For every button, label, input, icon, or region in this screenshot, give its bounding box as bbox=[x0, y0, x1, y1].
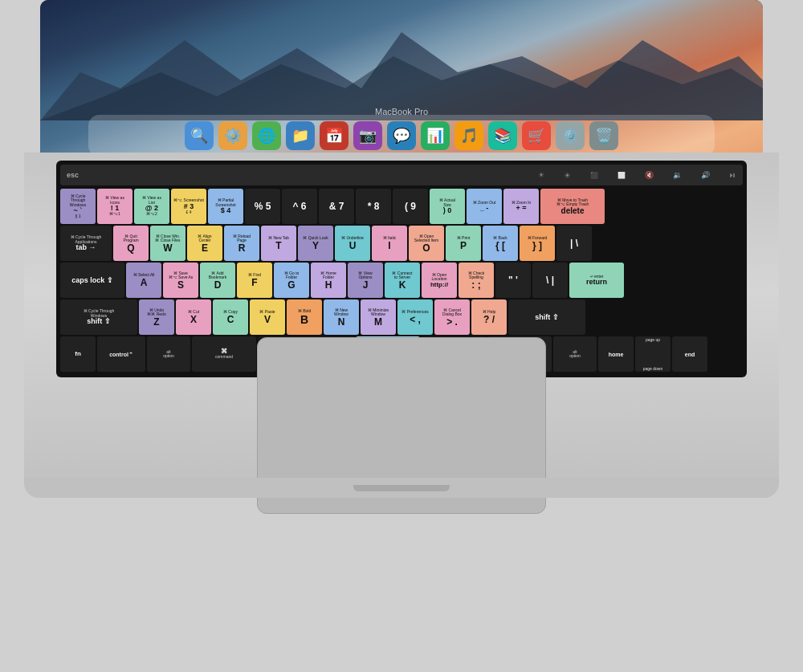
key-capslock: caps lock ⇪ bbox=[60, 263, 124, 298]
key-pipe2: \ | bbox=[532, 263, 568, 298]
key-z: ⌘ Undo⌘⌘ RedoZ bbox=[139, 299, 174, 335]
vol-up-icon: 🔊 bbox=[701, 171, 710, 179]
key-slash: ⌘ Help? / bbox=[471, 299, 507, 335]
key-j: ⌘ ViewOptionsJ bbox=[348, 263, 383, 298]
key-9: ( 9 bbox=[393, 189, 428, 224]
key-minus: ⌘ Zoom Out_ - bbox=[467, 189, 502, 224]
key-o: ⌘ OpenSelected ItemO bbox=[409, 226, 444, 261]
play-pause-icon: ⏯ bbox=[729, 171, 736, 179]
key-shift-l: ⌘ Cycle ThroughWindowsshift ⇧ bbox=[60, 299, 137, 335]
expose-icon: ⬛ bbox=[590, 172, 598, 179]
zxcv-row: ⌘ Cycle ThroughWindowsshift ⇧ ⌘ Undo⌘⌘ R… bbox=[60, 299, 743, 335]
dock-icon-7: 💬 bbox=[387, 121, 416, 150]
qwerty-row: ⌘ Cycle ThroughApplicationstab → ⌘ QuitP… bbox=[60, 226, 743, 261]
macbook-body: esc ☀ ☀ ⬛ ⬜ 🔇 🔉 🔊 ⏯ ⌘ CycleThroughWindow… bbox=[24, 153, 779, 498]
vol-down-icon: 🔉 bbox=[673, 171, 682, 179]
dock-finder-icon: 🔍 bbox=[185, 121, 214, 150]
laptop-screen: 🔍 ⚙️ 🌐 📁 📅 📷 💬 📊 🎵 📚 🛒 ⚙️ 🗑️ MacBook Pro bbox=[40, 0, 763, 161]
key-k: ⌘ Connectto ServerK bbox=[385, 263, 420, 298]
key-w: ⌘ Close Win.⌘ Close FilesW bbox=[150, 226, 185, 261]
dock-icon-4: 📁 bbox=[286, 121, 315, 150]
key-return: ↵ enterreturn bbox=[569, 263, 624, 298]
dock-icon-13: 🗑️ bbox=[589, 121, 618, 150]
key-0: ⌘ ActualSize) 0 bbox=[430, 189, 465, 224]
dock-icon-8: 📊 bbox=[421, 121, 450, 150]
bottom-bar bbox=[24, 478, 779, 498]
number-row: ⌘ CycleThroughWindows~ `§ 1 ⌘ View asIco… bbox=[60, 189, 743, 224]
key-u: ⌘ UnderlineU bbox=[335, 226, 370, 261]
key-alt-right: altoption bbox=[553, 336, 597, 372]
touch-bar: esc ☀ ☀ ⬛ ⬜ 🔇 🔉 🔊 ⏯ bbox=[60, 165, 743, 185]
key-control: control⌃ bbox=[97, 336, 145, 372]
bottom-notch bbox=[353, 485, 450, 491]
key-fn: fn bbox=[60, 336, 96, 372]
dock-icon-2: ⚙️ bbox=[218, 121, 247, 150]
key-4: ⌘ PartialScreenshot$ 4 bbox=[208, 189, 243, 224]
key-8: * 8 bbox=[356, 189, 391, 224]
key-pageup-pagedown: page up page down bbox=[635, 336, 671, 372]
key-i: ⌘ ItalicI bbox=[372, 226, 407, 261]
key-e: ⌘ AlignCenterE bbox=[187, 226, 222, 261]
key-b: ⌘ BoldB bbox=[287, 299, 322, 335]
key-l: ⌘ OpenLocationhttp:// bbox=[422, 263, 457, 298]
key-n: ⌘ NewWindowN bbox=[324, 299, 359, 335]
key-3: ⌘⌥ Screenshot# 3£ 4 bbox=[171, 189, 206, 224]
dock-icon-11: 🛒 bbox=[522, 121, 551, 150]
key-h: ⌘ HomeFolderH bbox=[311, 263, 346, 298]
asdf-row: caps lock ⇪ ⌘ Select AllA ⌘ Save⌘⌥ Save … bbox=[60, 263, 743, 298]
key-bracket-l: ⌘ Back{ [ bbox=[483, 226, 518, 261]
key-6: ^ 6 bbox=[282, 189, 317, 224]
dock-icon-5: 📅 bbox=[320, 121, 349, 150]
key-tilde: ⌘ CycleThroughWindows~ `§ 1 bbox=[60, 189, 96, 224]
mute-icon: 🔇 bbox=[645, 171, 654, 179]
key-f: ⌘ FindF bbox=[237, 263, 272, 298]
key-5: % 5 bbox=[245, 189, 280, 224]
key-v: ⌘ PasteV bbox=[250, 299, 285, 335]
laptop-wrapper: 🔍 ⚙️ 🌐 📁 📅 📷 💬 📊 🎵 📚 🛒 ⚙️ 🗑️ MacBook Pro… bbox=[0, 0, 803, 672]
key-shift-r: shift ⇧ bbox=[508, 299, 585, 335]
key-tab: ⌘ Cycle ThroughApplicationstab → bbox=[60, 226, 112, 261]
key-t: ⌘ New TabT bbox=[261, 226, 296, 261]
key-command-left: ⌘command bbox=[192, 336, 256, 372]
key-g: ⌘ Go toFolderG bbox=[274, 263, 309, 298]
dock-bar: 🔍 ⚙️ 🌐 📁 📅 📷 💬 📊 🎵 📚 🛒 ⚙️ 🗑️ bbox=[88, 115, 715, 157]
key-a: ⌘ Select AllA bbox=[126, 263, 161, 298]
key-bracket-r: ⌘ Forward} ] bbox=[520, 226, 555, 261]
key-y: ⌘ Quick LookY bbox=[298, 226, 333, 261]
dock-icon-6: 📷 bbox=[353, 121, 382, 150]
key-backslash: | \ bbox=[556, 226, 592, 261]
dock-icon-10: 📚 bbox=[488, 121, 517, 150]
dock-icon-3: 🌐 bbox=[252, 121, 281, 150]
key-plus: ⌘ Zoom In+ = bbox=[503, 189, 539, 224]
key-x: ⌘ CutX bbox=[176, 299, 211, 335]
dock-icon-9: 🎵 bbox=[454, 121, 483, 150]
brightness-down-icon: ☀ bbox=[538, 171, 544, 179]
key-alt-left: altoption bbox=[147, 336, 190, 372]
esc-key: esc bbox=[67, 171, 79, 179]
key-r: ⌘ ReloadPageR bbox=[224, 226, 259, 261]
key-7: & 7 bbox=[319, 189, 354, 224]
key-period: ⌘ CancelDialog Box> . bbox=[434, 299, 470, 335]
key-semi: ⌘ CheckSpelling: ; bbox=[459, 263, 494, 298]
siri-icon: ⬜ bbox=[618, 172, 626, 179]
key-end: end bbox=[672, 336, 707, 372]
brightness-up-icon: ☀ bbox=[564, 171, 571, 180]
key-delete: ⌘ Move to Trash⌘⌥ Empty Trashdelete bbox=[540, 189, 605, 224]
key-p: ⌘ PrintP bbox=[446, 226, 481, 261]
key-2: ⌘ View asList@ 2⌘⌥2 bbox=[134, 189, 169, 224]
key-s: ⌘ Save⌘⌥ Save AsS bbox=[163, 263, 198, 298]
key-q: ⌘ QuitProgramQ bbox=[113, 226, 149, 261]
key-c: ⌘ CopyC bbox=[213, 299, 248, 335]
key-1: ⌘ View asIcons! 1⌘⌥1 bbox=[97, 189, 132, 224]
dock-icon-12: ⚙️ bbox=[556, 121, 585, 150]
key-home: home bbox=[598, 336, 634, 372]
key-d: ⌘ AddBookmarkD bbox=[200, 263, 235, 298]
macbook-pro-label: MacBook Pro bbox=[375, 107, 428, 116]
key-m: ⌘ MinimizeWindowM bbox=[361, 299, 396, 335]
key-comma: ⌘ Preferences< , bbox=[397, 299, 433, 335]
key-quote: " ' bbox=[495, 263, 531, 298]
